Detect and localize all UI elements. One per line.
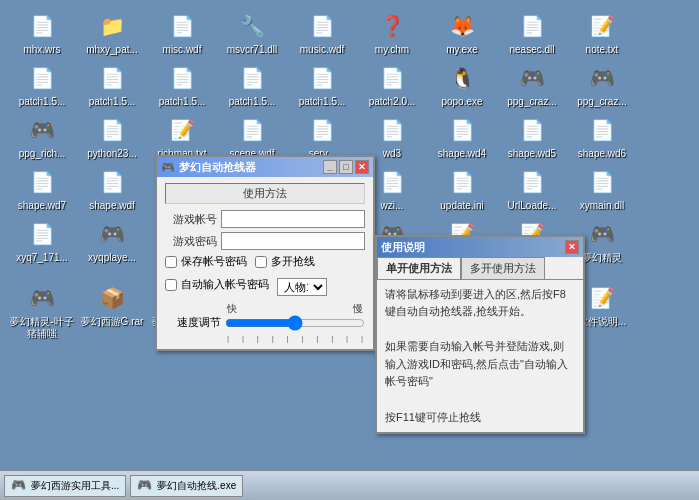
desktop-icon-xyq7-171[interactable]: 📄 xyq7_171... <box>8 216 76 278</box>
desktop-icon-ppg-craz[interactable]: 🎮 ppg_craz... <box>498 60 566 110</box>
icon-label-xyq7-171: xyq7_171... <box>16 252 68 264</box>
desktop-icon-mhxy-game[interactable]: 📦 夢幻西游G.rar <box>78 280 146 342</box>
desktop-icon-python23[interactable]: 📄 python23... <box>78 112 146 162</box>
icon-img-patch2-0: 📄 <box>376 62 408 94</box>
icon-img-shape-wd7: 📄 <box>26 166 58 198</box>
icon-label-patch1-5a: patch1.5... <box>19 96 66 108</box>
icon-label-note-txt: note.txt <box>586 44 619 56</box>
help-close-button[interactable]: ✕ <box>565 240 579 254</box>
icon-label-shape-wd7: shape.wd7 <box>18 200 66 212</box>
desktop-icon-patch1-5d[interactable]: 📄 patch1.5... <box>218 60 286 110</box>
icon-img-neasec-dll: 📄 <box>516 10 548 42</box>
desktop-icon-note-txt[interactable]: 📝 note.txt <box>568 8 636 58</box>
dialog-help-content: 单开使用方法 多开使用方法 请将鼠标移动到要进入的区,然后按F8键自动自动抢线器… <box>377 257 583 432</box>
icon-img-ppg-craz: 🎮 <box>516 62 548 94</box>
desktop-icon-ppg-rich[interactable]: 🎮 ppg_rich... <box>8 112 76 162</box>
icon-label-xyqjingling2: 夢幻精灵-叶子猪辅嗤 <box>10 316 74 340</box>
close-button[interactable]: ✕ <box>355 160 369 174</box>
icon-label-shape-wd6: shape.wd6 <box>578 148 626 160</box>
save-password-checkbox[interactable] <box>165 256 177 268</box>
icon-label-python23: python23... <box>87 148 136 160</box>
desktop-icon-urlloade[interactable]: 📄 UrlLoade... <box>498 164 566 214</box>
icon-img-xyqjingling: 🎮 <box>586 218 618 250</box>
dialog-help: 使用说明 ✕ 单开使用方法 多开使用方法 请将鼠标移动到要进入的区,然后按F8键… <box>375 235 585 434</box>
desktop-icon-shape-wd5[interactable]: 📄 shape.wd5 <box>498 112 566 162</box>
icon-label-urlloade: UrlLoade... <box>508 200 557 212</box>
icon-label-mhxy-pat: mhxy_pat... <box>86 44 138 56</box>
account-row: 游戏帐号 <box>165 210 365 228</box>
speed-slider[interactable] <box>225 316 365 330</box>
desktop-icon-neasec-dll[interactable]: 📄 neasec.dll <box>498 8 566 58</box>
desktop-icon-msvcr71[interactable]: 🔧 msvcr71.dll <box>218 8 286 58</box>
desktop-icon-ppg-craz2[interactable]: 🎮 ppg_craz... <box>568 60 636 110</box>
icon-label-ruanjian2: 软件说明... <box>578 316 626 328</box>
dialog-main-icon: 🎮 <box>161 161 175 174</box>
desktop-icon-my-chm[interactable]: ❓ my.chm <box>358 8 426 58</box>
icon-label-patch1-5d: patch1.5... <box>229 96 276 108</box>
section-label: 使用方法 <box>165 183 365 204</box>
icon-img-shape-wd4: 📄 <box>446 114 478 146</box>
icon-img-ruanjian2: 📝 <box>586 282 618 314</box>
icon-img-richman-txt: 📝 <box>166 114 198 146</box>
icon-img-wzi: 📄 <box>376 166 408 198</box>
icon-label-shape-wdf: shape.wdf <box>89 200 135 212</box>
icon-img-patch1-5b: 📄 <box>96 62 128 94</box>
icon-img-urlloade: 📄 <box>516 166 548 198</box>
desktop-icon-shape-wd7[interactable]: 📄 shape.wd7 <box>8 164 76 214</box>
multi-rob-row: 多开抢线 <box>255 254 315 269</box>
icon-label-ppg-craz2: ppg_craz... <box>577 96 626 108</box>
dialog-main-title: 🎮 梦幻自动抢线器 <box>161 160 256 175</box>
desktop-icon-update-ini[interactable]: 📄 update.ini <box>428 164 496 214</box>
tab-single[interactable]: 单开使用方法 <box>377 257 461 279</box>
desktop-icon-shape-wdf[interactable]: 📄 shape.wdf <box>78 164 146 214</box>
tab-multi[interactable]: 多开使用方法 <box>461 257 545 279</box>
icon-label-popo-exe: popo.exe <box>441 96 482 108</box>
dialog-main-content: 使用方法 游戏帐号 游戏密码 保存帐号密码 多开抢线 自动输入帐号密码 <box>157 177 373 349</box>
desktop-icon-patch1-5a[interactable]: 📄 patch1.5... <box>8 60 76 110</box>
icon-img-python23: 📄 <box>96 114 128 146</box>
dialog-help-title-text: 使用说明 <box>381 240 425 255</box>
desktop-icon-patch2-0[interactable]: 📄 patch2.0... <box>358 60 426 110</box>
icon-label-update-ini: update.ini <box>440 200 483 212</box>
icon-img-update-ini: 📄 <box>446 166 478 198</box>
save-password-label: 保存帐号密码 <box>181 254 247 269</box>
auto-input-row: 自动输入帐号密码 <box>165 277 269 292</box>
desktop-icon-mhxy-pat[interactable]: 📁 mhxy_pat... <box>78 8 146 58</box>
icon-img-scene-wdf: 📄 <box>236 114 268 146</box>
account-input[interactable] <box>221 210 365 228</box>
slider-dots: |||||||||| <box>225 334 365 343</box>
taskbar-item-2[interactable]: 🎮 夢幻自动抢线.exe <box>130 475 243 497</box>
desktop-icon-patch1-5c[interactable]: 📄 patch1.5... <box>148 60 216 110</box>
password-input[interactable] <box>221 232 365 250</box>
desktop-icon-shape-wd4[interactable]: 📄 shape.wd4 <box>428 112 496 162</box>
multi-rob-label: 多开抢线 <box>271 254 315 269</box>
desktop-icon-music-wdf[interactable]: 📄 music.wdf <box>288 8 356 58</box>
icon-img-patch1-5a: 📄 <box>26 62 58 94</box>
icon-label-patch1-5c: patch1.5... <box>159 96 206 108</box>
dialog-help-controls: ✕ <box>565 240 579 254</box>
icon-img-ppg-craz2: 🎮 <box>586 62 618 94</box>
desktop-icon-popo-exe[interactable]: 🐧 popo.exe <box>428 60 496 110</box>
desktop-icon-patch1-5e[interactable]: 📄 patch1.5... <box>288 60 356 110</box>
minimize-button[interactable]: _ <box>323 160 337 174</box>
icon-label-patch1-5e: patch1.5... <box>299 96 346 108</box>
icon-label-xyqjingling: 夢幻精灵 <box>582 252 622 264</box>
desktop-icon-xymain-dll[interactable]: 📄 xymain.dll <box>568 164 636 214</box>
maximize-button[interactable]: □ <box>339 160 353 174</box>
icon-label-wd3: wd3 <box>383 148 401 160</box>
desktop-icon-patch1-5b[interactable]: 📄 patch1.5... <box>78 60 146 110</box>
multi-rob-checkbox[interactable] <box>255 256 267 268</box>
icon-label-misc-wdf: misc.wdf <box>163 44 202 56</box>
desktop-icon-misc-wdf[interactable]: 📄 misc.wdf <box>148 8 216 58</box>
desktop-icon-xyqjingling2[interactable]: 🎮 夢幻精灵-叶子猪辅嗤 <box>8 280 76 342</box>
desktop-icon-xyqplaye1[interactable]: 🎮 xyqplaye... <box>78 216 146 278</box>
icon-img-xymain-dll: 📄 <box>586 166 618 198</box>
icon-label-patch1-5b: patch1.5... <box>89 96 136 108</box>
desktop-icon-my-exe[interactable]: 🦊 my.exe <box>428 8 496 58</box>
icon-img-wd3: 📄 <box>376 114 408 146</box>
auto-input-checkbox[interactable] <box>165 279 177 291</box>
taskbar-item-1[interactable]: 🎮 夢幻西游实用工具... <box>4 475 126 497</box>
desktop-icon-shape-wd6[interactable]: 📄 shape.wd6 <box>568 112 636 162</box>
character-select[interactable]: 人物1 人物2 人物3 <box>277 278 327 296</box>
desktop-icon-mhx-wrs[interactable]: 📄 mhx.wrs <box>8 8 76 58</box>
